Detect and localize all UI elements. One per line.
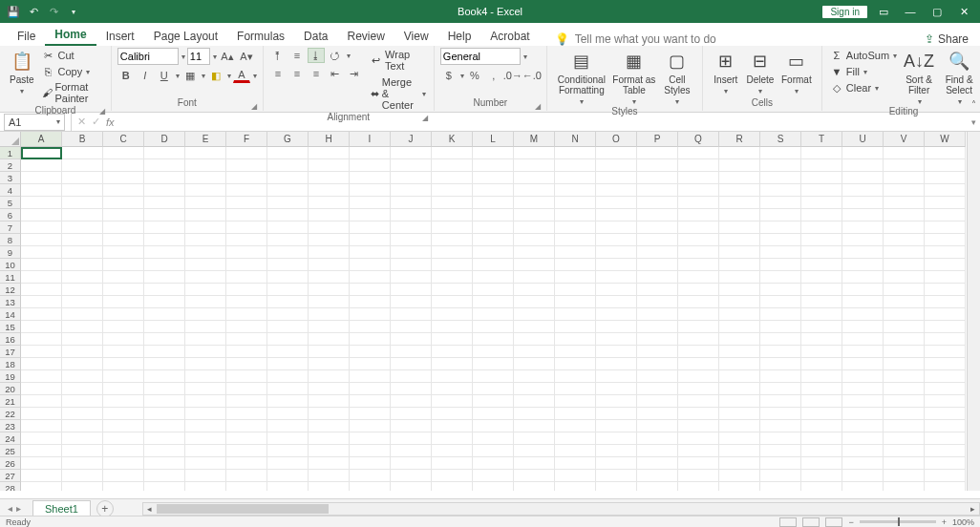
cell[interactable] (309, 172, 350, 184)
cell[interactable] (842, 172, 884, 184)
cell[interactable] (432, 159, 473, 172)
cell[interactable] (432, 470, 473, 482)
cell[interactable] (391, 296, 432, 308)
cell[interactable] (62, 383, 103, 395)
cell[interactable] (103, 445, 144, 457)
cell[interactable] (62, 159, 103, 172)
collapse-ribbon-icon[interactable]: ˄ (971, 99, 976, 110)
cell[interactable] (801, 172, 842, 184)
cell[interactable] (925, 457, 966, 470)
cell[interactable] (432, 296, 473, 308)
cell[interactable] (514, 346, 555, 358)
cell[interactable] (925, 184, 966, 197)
row-header[interactable]: 26 (0, 457, 21, 470)
cell[interactable] (391, 482, 432, 491)
cell[interactable] (309, 321, 350, 333)
cell[interactable] (185, 271, 226, 284)
cell[interactable] (760, 234, 801, 246)
cell[interactable] (185, 159, 226, 172)
format-cells-button[interactable]: ▭Format▾ (778, 48, 816, 95)
cell[interactable] (144, 308, 185, 321)
cell[interactable] (144, 482, 185, 491)
number-format-combo[interactable] (440, 48, 521, 65)
cell[interactable] (719, 445, 760, 457)
cell[interactable] (719, 358, 760, 370)
cell[interactable] (391, 358, 432, 370)
cell[interactable] (514, 420, 555, 432)
cell[interactable] (391, 395, 432, 408)
align-center-icon[interactable]: ≡ (288, 66, 306, 81)
cell[interactable] (801, 346, 842, 358)
cell[interactable] (62, 321, 103, 333)
cell[interactable] (103, 172, 144, 184)
cell[interactable] (555, 482, 596, 491)
redo-icon[interactable]: ↷ (46, 4, 61, 19)
cell[interactable] (144, 234, 185, 246)
cell[interactable] (185, 284, 226, 296)
cell[interactable] (637, 209, 678, 221)
cell[interactable] (719, 271, 760, 284)
cell[interactable] (514, 370, 555, 383)
cell[interactable] (267, 308, 309, 321)
cell-styles-button[interactable]: ▢Cell Styles▾ (658, 48, 696, 106)
cell[interactable] (555, 184, 596, 197)
cell[interactable] (925, 370, 966, 383)
cell[interactable] (62, 308, 103, 321)
cell[interactable] (103, 184, 144, 197)
cell[interactable] (884, 482, 925, 491)
row-header[interactable]: 7 (0, 221, 21, 234)
cell[interactable] (309, 147, 350, 159)
sheet-nav-next-icon[interactable]: ▸ (16, 503, 21, 514)
cell[interactable] (21, 482, 62, 491)
cell[interactable] (350, 271, 391, 284)
paste-button[interactable]: 📋 Paste ▾ (6, 48, 38, 95)
cell[interactable] (555, 321, 596, 333)
cell[interactable] (719, 395, 760, 408)
cell[interactable] (267, 358, 309, 370)
cell[interactable] (555, 147, 596, 159)
cell[interactable] (596, 296, 637, 308)
row-header[interactable]: 20 (0, 383, 21, 395)
column-header[interactable]: V (884, 132, 925, 147)
cell[interactable] (62, 284, 103, 296)
align-middle-icon[interactable]: ≡ (288, 48, 306, 63)
cell[interactable] (514, 296, 555, 308)
zoom-slider[interactable] (860, 520, 936, 523)
cell[interactable] (842, 147, 884, 159)
indent-increase-icon[interactable]: ⇥ (346, 66, 363, 81)
cell[interactable] (760, 420, 801, 432)
tab-view[interactable]: View (394, 27, 438, 46)
cell[interactable] (637, 296, 678, 308)
cell[interactable] (760, 445, 801, 457)
cell[interactable] (103, 321, 144, 333)
cell[interactable] (637, 420, 678, 432)
cell[interactable] (514, 184, 555, 197)
cell[interactable] (391, 321, 432, 333)
cell[interactable] (555, 358, 596, 370)
cell[interactable] (21, 383, 62, 395)
cell[interactable] (226, 358, 267, 370)
cell[interactable] (637, 333, 678, 346)
row-header[interactable]: 10 (0, 259, 21, 271)
cell[interactable] (391, 271, 432, 284)
cell[interactable] (309, 333, 350, 346)
cell[interactable] (719, 284, 760, 296)
cell[interactable] (432, 321, 473, 333)
cell[interactable] (719, 246, 760, 259)
cell[interactable] (884, 346, 925, 358)
cell[interactable] (555, 296, 596, 308)
cell[interactable] (760, 321, 801, 333)
cell[interactable] (842, 308, 884, 321)
row-header[interactable]: 16 (0, 333, 21, 346)
cell[interactable] (842, 321, 884, 333)
cell[interactable] (309, 184, 350, 197)
cell[interactable] (884, 259, 925, 271)
cell[interactable] (596, 159, 637, 172)
cell[interactable] (144, 172, 185, 184)
cell[interactable] (514, 408, 555, 420)
cell[interactable] (432, 346, 473, 358)
cell[interactable] (760, 457, 801, 470)
row-header[interactable]: 15 (0, 321, 21, 333)
cancel-formula-icon[interactable]: ✕ (77, 116, 86, 128)
cell[interactable] (62, 271, 103, 284)
